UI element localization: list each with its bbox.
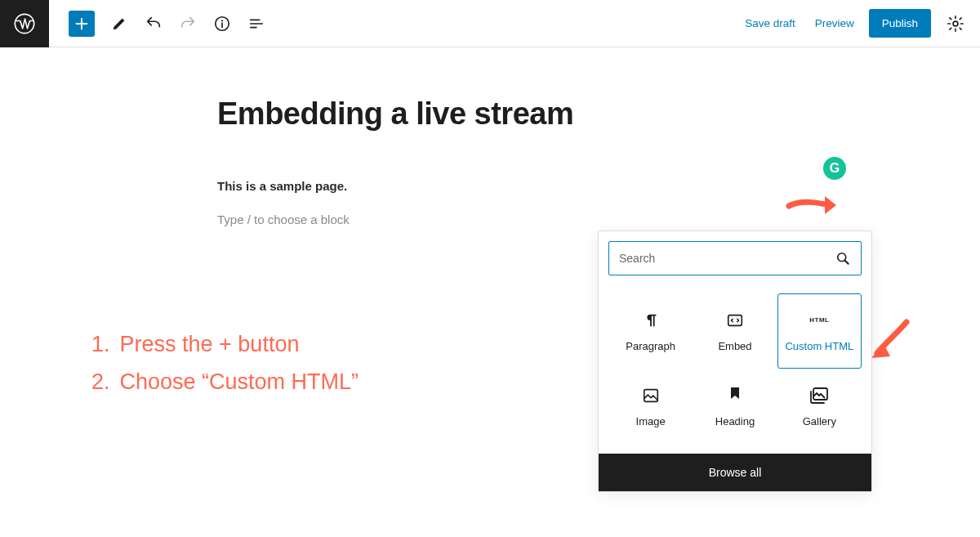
block-label: Heading — [715, 415, 755, 427]
annotation-arrow-left — [869, 319, 910, 365]
outline-button[interactable] — [240, 7, 273, 40]
image-icon — [642, 387, 660, 405]
info-icon — [213, 15, 231, 33]
instructions-overlay: 1.Press the + button 2.Choose “Custom HT… — [91, 326, 359, 401]
edit-mode-button[interactable] — [103, 7, 136, 40]
block-paragraph[interactable]: Paragraph — [608, 293, 693, 369]
undo-icon — [145, 15, 163, 33]
plus-icon — [73, 15, 91, 33]
search-icon — [835, 250, 851, 266]
search-box — [608, 241, 862, 275]
preview-button[interactable]: Preview — [805, 11, 864, 36]
step1-text: Press the + button — [120, 326, 300, 364]
toolbar-left — [0, 0, 273, 47]
publish-button[interactable]: Publish — [869, 9, 931, 38]
svg-point-0 — [15, 14, 33, 33]
step1-number: 1. — [91, 326, 110, 364]
svg-rect-5 — [728, 315, 742, 325]
redo-icon — [179, 15, 197, 33]
block-embed[interactable]: Embed — [693, 293, 777, 369]
toolbar-right: Save draft Preview Publish — [735, 7, 972, 40]
block-label: Gallery — [803, 415, 836, 427]
gallery-icon — [809, 387, 829, 405]
grammarly-badge[interactable]: G — [823, 157, 846, 180]
annotation-arrow-right — [786, 190, 838, 221]
wordpress-icon — [13, 12, 36, 35]
wordpress-logo[interactable] — [0, 0, 49, 47]
search-container — [599, 231, 871, 285]
details-button[interactable] — [206, 7, 238, 40]
editor-toolbar: Save draft Preview Publish — [0, 0, 980, 47]
pencil-icon — [110, 15, 128, 33]
page-title[interactable]: Embedding a live stream — [217, 96, 980, 132]
block-image[interactable]: Image — [608, 369, 693, 444]
paragraph-icon — [642, 311, 660, 329]
list-icon — [247, 15, 265, 33]
block-label: Image — [636, 415, 666, 427]
block-label: Custom HTML — [785, 340, 853, 352]
heading-icon — [728, 387, 742, 404]
search-input[interactable] — [619, 252, 835, 265]
svg-point-2 — [221, 20, 223, 21]
block-custom-html[interactable]: HTML Custom HTML — [777, 293, 862, 369]
block-inserter-popover: Paragraph Embed HTML Custom HTML Image H… — [598, 230, 872, 492]
block-heading[interactable]: Heading — [693, 369, 777, 444]
block-label: Embed — [718, 340, 751, 352]
block-gallery[interactable]: Gallery — [777, 369, 862, 444]
grammarly-letter: G — [830, 161, 840, 176]
html-icon: HTML — [809, 316, 829, 324]
settings-button[interactable] — [939, 7, 972, 40]
browse-all-button[interactable]: Browse all — [599, 454, 871, 491]
sample-paragraph[interactable]: This is a sample page. — [217, 179, 980, 193]
block-placeholder[interactable]: Type / to choose a block — [217, 213, 980, 226]
step2-number: 2. — [91, 364, 110, 401]
save-draft-button[interactable]: Save draft — [735, 11, 805, 36]
redo-button[interactable] — [172, 7, 204, 40]
embed-icon — [726, 311, 744, 329]
block-grid: Paragraph Embed HTML Custom HTML Image H… — [599, 285, 871, 449]
svg-point-3 — [953, 21, 958, 26]
block-label: Paragraph — [626, 340, 675, 352]
step2-text: Choose “Custom HTML” — [120, 364, 359, 401]
svg-rect-6 — [644, 389, 657, 401]
gear-icon — [947, 15, 964, 33]
undo-button[interactable] — [137, 7, 170, 40]
add-block-button[interactable] — [69, 11, 95, 37]
